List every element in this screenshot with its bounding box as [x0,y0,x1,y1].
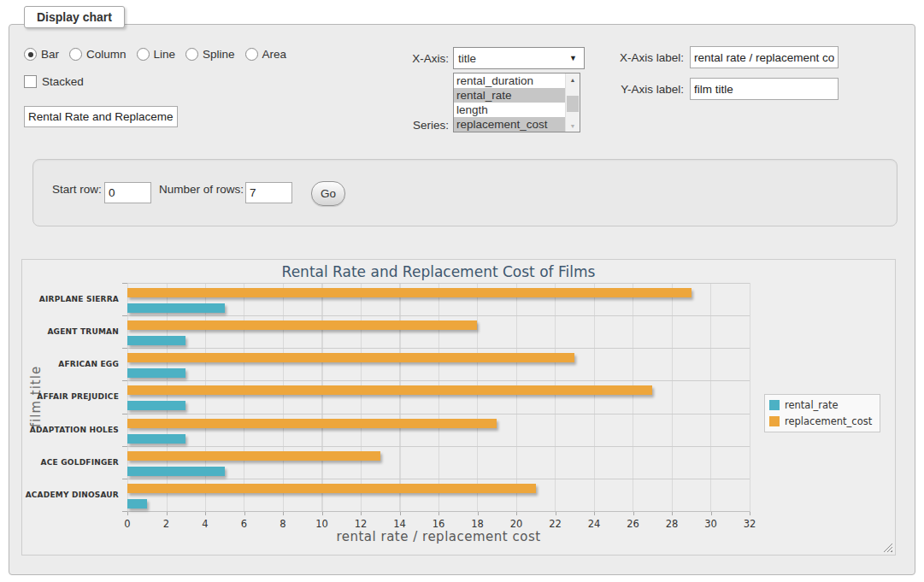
chart-type-radio-column[interactable]: Column [69,48,127,61]
category-label: AGENT TRUMAN [22,315,119,348]
x-tick-mark [711,512,712,515]
bar-rental_rate[interactable] [127,499,147,509]
radio-button[interactable] [245,48,258,61]
radio-button[interactable] [24,48,37,61]
bar-replacement_cost[interactable] [127,320,477,330]
stacked-checkbox[interactable] [24,75,37,88]
x-tick-mark [556,512,556,515]
radio-button[interactable] [185,48,198,61]
stacked-row: Stacked [24,75,84,88]
bar-group [127,348,750,380]
x-tick-label: 4 [202,518,208,530]
x-tick-mark [478,512,479,515]
legend-item-rental_rate[interactable]: rental_rate [769,399,872,411]
stacked-label: Stacked [42,75,84,88]
x-axis-label-caption: X-Axis label: [594,51,684,64]
x-tick-label: 2 [163,518,169,530]
series-option-length[interactable]: length [454,103,565,117]
radio-button[interactable] [137,48,150,61]
category-label: AFRICAN EGG [22,348,119,380]
x-tick-mark [283,512,284,515]
legend-item-replacement_cost[interactable]: replacement_cost [769,415,872,427]
start-row-input[interactable] [104,182,151,203]
series-select-label: Series: [385,119,449,132]
chart-title: Rental Rate and Replacement Cost of Film… [127,263,750,280]
legend-label: rental_rate [785,399,839,411]
x-tick-mark [322,512,323,515]
radio-label: Area [262,48,287,61]
x-tick-label: 24 [588,518,601,530]
x-tick-mark [633,512,634,515]
x-axis-select[interactable]: title ▼ [453,47,585,69]
x-axis-title: rental rate / replacement cost [127,529,750,544]
bar-replacement_cost[interactable] [127,419,497,428]
chevron-down-icon: ▼ [569,54,577,62]
radio-label: Bar [41,48,59,61]
series-options: rental_durationrental_ratelengthreplacem… [454,73,565,132]
radio-label: Line [154,48,176,61]
y-axis-label-caption: Y-Axis label: [594,83,684,96]
scrollbar-down-icon[interactable]: ▼ [566,120,580,132]
x-tick-label: 32 [744,518,756,530]
bar-replacement_cost[interactable] [127,288,692,297]
y-axis-label-input[interactable] [690,78,839,100]
category-label: ACE GOLDFINGER [22,446,119,479]
chart-type-radio-group: BarColumnLineSplineArea [24,48,286,61]
series-listbox[interactable]: rental_durationrental_ratelengthreplacem… [453,73,580,132]
x-tick-label: 6 [241,518,247,530]
x-tick-label: 26 [627,518,639,530]
x-tick-mark [127,512,128,515]
bar-group [127,414,750,446]
series-option-replacement_cost[interactable]: replacement_cost [454,117,565,132]
bar-replacement_cost[interactable] [127,385,652,395]
bar-rental_rate[interactable] [127,336,185,345]
x-tick-label: 30 [704,518,717,530]
bar-replacement_cost[interactable] [127,353,574,362]
chart-type-radio-area[interactable]: Area [245,48,287,61]
go-button[interactable]: Go [311,181,345,206]
radio-button[interactable] [69,48,82,61]
x-tick-label: 18 [471,518,484,530]
series-option-rental_rate[interactable]: rental_rate [454,88,565,103]
x-tick-label: 28 [666,518,679,530]
bar-replacement_cost[interactable] [127,484,536,493]
bar-rental_rate[interactable] [127,434,185,444]
x-axis-select-label: X-Axis: [385,52,449,65]
chart-title-input[interactable] [24,106,178,127]
x-tick-mark [400,512,401,515]
bar-rental_rate[interactable] [127,401,185,410]
y-axis-category-labels: AIRPLANE SIERRAAGENT TRUMANAFRICAN EGGAF… [22,283,119,511]
x-tick-label: 12 [355,518,368,530]
scrollbar-thumb[interactable] [567,96,579,112]
category-label: ACADEMY DINOSAUR [22,479,119,511]
number-of-rows-input[interactable] [245,182,292,203]
x-tick-mark [672,512,673,515]
scrollbar-up-icon[interactable]: ▲ [566,73,580,85]
x-tick-mark [750,512,750,515]
x-tick-label: 8 [280,518,285,530]
chart-type-radio-bar[interactable]: Bar [24,48,59,61]
bar-rental_rate[interactable] [127,467,225,476]
x-tick-mark [594,512,595,515]
chart-type-radio-spline[interactable]: Spline [185,48,235,61]
radio-label: Column [86,48,127,61]
fieldset-title: Display chart [24,6,125,28]
series-option-rental_duration[interactable]: rental_duration [454,73,565,88]
rows-panel: Start row: Number of rows: Go [32,159,898,226]
page: Display chart BarColumnLineSplineArea St… [0,0,924,582]
x-axis-label-input[interactable] [690,46,839,68]
category-label: ADAPTATION HOLES [22,414,119,446]
resize-grip-icon[interactable] [883,543,892,552]
category-label: AFFAIR PREJUDICE [22,380,119,413]
chart-type-radio-line[interactable]: Line [137,48,176,61]
x-tick-label: 0 [124,518,130,530]
x-tick-label: 20 [510,518,523,530]
x-tick-label: 10 [315,518,328,530]
plot-area [127,283,750,512]
bar-rental_rate[interactable] [127,368,185,378]
bar-group [127,315,750,348]
bar-replacement_cost[interactable] [127,451,380,461]
series-scrollbar[interactable]: ▲ ▼ [565,73,580,132]
legend-swatch [769,416,780,426]
bar-rental_rate[interactable] [127,303,225,313]
